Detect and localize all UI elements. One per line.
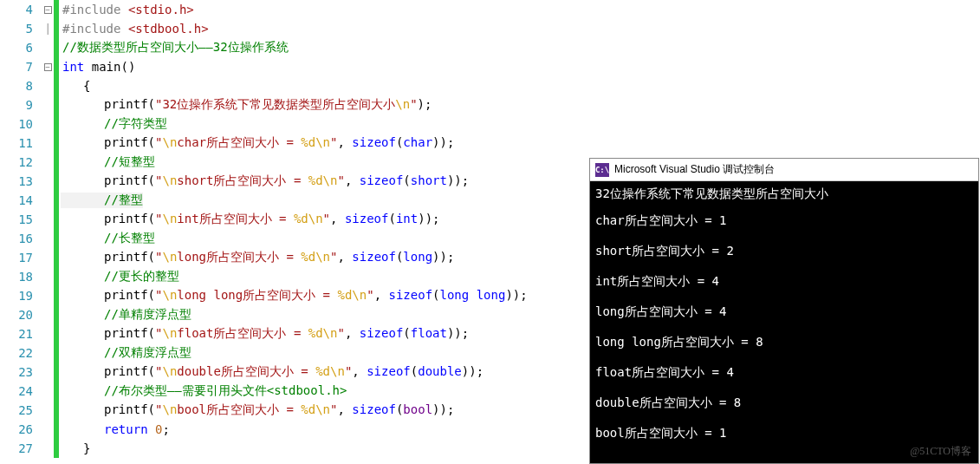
- line-number: 22: [0, 346, 42, 360]
- code-line[interactable]: 12//短整型: [0, 153, 589, 172]
- change-bar: [54, 382, 59, 401]
- code-line[interactable]: 24//布尔类型——需要引用头文件<stdbool.h>: [0, 382, 589, 401]
- fold-gutter[interactable]: −: [42, 63, 54, 71]
- code-line[interactable]: 26return 0;: [0, 420, 589, 439]
- code-text[interactable]: printf("\nint所占空间大小 = %d\n", sizeof(int)…: [61, 212, 440, 227]
- code-line[interactable]: 4−#include <stdio.h>: [0, 0, 589, 19]
- code-text[interactable]: return 0;: [61, 422, 170, 436]
- console-line: char所占空间大小 = 1: [595, 212, 973, 230]
- code-line[interactable]: 5│#include <stdbool.h>: [0, 19, 589, 38]
- code-line[interactable]: 19printf("\nlong long所占空间大小 = %d\n", siz…: [0, 286, 589, 305]
- console-line: short所占空间大小 = 2: [595, 242, 973, 260]
- code-text[interactable]: printf("\nshort所占空间大小 = %d\n", sizeof(sh…: [61, 173, 469, 189]
- change-bar: [54, 172, 59, 191]
- console-line: bool所占空间大小 = 1: [595, 424, 973, 442]
- code-text[interactable]: //双精度浮点型: [61, 345, 191, 361]
- change-bar: [54, 57, 59, 76]
- code-line[interactable]: 7−int main(): [0, 57, 589, 76]
- change-bar: [54, 114, 59, 134]
- code-text[interactable]: //短整型: [61, 154, 155, 170]
- code-line[interactable]: 20//单精度浮点型: [0, 305, 589, 324]
- line-number: 6: [0, 41, 42, 55]
- code-line[interactable]: 17printf("\nlong所占空间大小 = %d\n", sizeof(l…: [0, 248, 589, 267]
- watermark: @51CTO博客: [910, 444, 971, 459]
- code-text[interactable]: #include <stdio.h>: [61, 3, 194, 16]
- code-text[interactable]: {: [61, 79, 90, 93]
- line-number: 18: [0, 270, 42, 284]
- line-number: 14: [0, 193, 42, 207]
- line-number: 9: [0, 98, 42, 112]
- code-line[interactable]: 23printf("\ndouble所占空间大小 = %d\n", sizeof…: [0, 363, 589, 382]
- console-titlebar[interactable]: C:\ Microsoft Visual Studio 调试控制台: [590, 159, 978, 181]
- console-title: Microsoft Visual Studio 调试控制台: [614, 162, 775, 177]
- change-bar: [54, 363, 59, 382]
- code-line[interactable]: 16//长整型: [0, 229, 589, 248]
- console-line: long所占空间大小 = 4: [595, 303, 973, 321]
- console-line: 32位操作系统下常见数据类型所占空间大小: [595, 185, 973, 203]
- code-text[interactable]: printf("\ndouble所占空间大小 = %d\n", sizeof(d…: [61, 364, 484, 380]
- code-text[interactable]: printf("32位操作系统下常见数据类型所占空间大小\n");: [61, 97, 432, 113]
- code-text[interactable]: printf("\nchar所占空间大小 = %d\n", sizeof(cha…: [61, 135, 454, 151]
- code-text[interactable]: printf("\nbool所占空间大小 = %d\n", sizeof(boo…: [61, 402, 454, 418]
- debug-console-window[interactable]: C:\ Microsoft Visual Studio 调试控制台 32位操作系…: [589, 158, 979, 464]
- change-bar: [54, 210, 59, 229]
- code-line[interactable]: 8{: [0, 76, 589, 95]
- code-text[interactable]: printf("\nlong long所占空间大小 = %d\n", sizeo…: [61, 288, 528, 304]
- change-bar: [54, 401, 59, 420]
- line-number: 26: [0, 422, 42, 436]
- code-line[interactable]: 14//整型: [0, 191, 589, 210]
- console-body: 32位操作系统下常见数据类型所占空间大小char所占空间大小 = 1short所…: [590, 181, 978, 458]
- code-text[interactable]: //字符类型: [61, 116, 167, 132]
- line-number: 12: [0, 155, 42, 169]
- change-bar: [54, 134, 59, 153]
- console-line: float所占空间大小 = 4: [595, 363, 973, 382]
- change-bar: [54, 229, 59, 248]
- change-bar: [54, 153, 59, 172]
- code-editor[interactable]: 4−#include <stdio.h>5│#include <stdbool.…: [0, 0, 589, 464]
- code-text[interactable]: //更长的整型: [61, 269, 179, 284]
- code-text[interactable]: //单精度浮点型: [61, 307, 191, 323]
- code-line[interactable]: 27}: [0, 439, 589, 458]
- code-text[interactable]: printf("\nfloat所占空间大小 = %d\n", sizeof(fl…: [61, 326, 469, 342]
- code-line[interactable]: 11printf("\nchar所占空间大小 = %d\n", sizeof(c…: [0, 134, 589, 153]
- code-text[interactable]: printf("\nlong所占空间大小 = %d\n", sizeof(lon…: [61, 250, 454, 265]
- change-bar: [54, 439, 59, 458]
- code-text[interactable]: int main(): [61, 60, 135, 74]
- code-line[interactable]: 10//字符类型: [0, 114, 589, 134]
- code-line[interactable]: 25printf("\nbool所占空间大小 = %d\n", sizeof(b…: [0, 401, 589, 420]
- console-line: double所占空间大小 = 8: [595, 394, 973, 412]
- code-line[interactable]: 21printf("\nfloat所占空间大小 = %d\n", sizeof(…: [0, 324, 589, 343]
- console-line: int所占空间大小 = 4: [595, 272, 973, 291]
- code-line[interactable]: 9printf("32位操作系统下常见数据类型所占空间大小\n");: [0, 95, 589, 114]
- change-bar: [54, 38, 59, 57]
- code-text[interactable]: //布尔类型——需要引用头文件<stdbool.h>: [61, 383, 347, 399]
- change-bar: [54, 248, 59, 267]
- code-line[interactable]: 22//双精度浮点型: [0, 343, 589, 363]
- line-number: 17: [0, 251, 42, 265]
- change-bar: [54, 324, 59, 343]
- line-number: 23: [0, 365, 42, 379]
- line-number: 21: [0, 327, 42, 341]
- code-line[interactable]: 15printf("\nint所占空间大小 = %d\n", sizeof(in…: [0, 210, 589, 229]
- change-bar: [54, 286, 59, 305]
- code-text[interactable]: //整型: [61, 193, 143, 208]
- change-bar: [54, 343, 59, 363]
- fold-gutter[interactable]: −: [42, 6, 54, 14]
- change-bar: [54, 420, 59, 439]
- code-text[interactable]: }: [61, 441, 90, 455]
- code-line[interactable]: 18//更长的整型: [0, 267, 589, 286]
- line-number: 8: [0, 79, 42, 93]
- line-number: 24: [0, 384, 42, 398]
- change-bar: [54, 76, 59, 95]
- code-line[interactable]: 6//数据类型所占空间大小——32位操作系统: [0, 38, 589, 57]
- code-text[interactable]: //数据类型所占空间大小——32位操作系统: [61, 40, 289, 56]
- change-bar: [54, 305, 59, 324]
- change-bar: [54, 191, 59, 210]
- line-number: 16: [0, 232, 42, 245]
- change-bar: [54, 267, 59, 286]
- code-text[interactable]: #include <stdbool.h>: [61, 22, 209, 36]
- code-text[interactable]: //长整型: [61, 231, 155, 246]
- fold-gutter: │: [42, 23, 54, 35]
- change-bar: [54, 0, 59, 19]
- code-line[interactable]: 13printf("\nshort所占空间大小 = %d\n", sizeof(…: [0, 172, 589, 191]
